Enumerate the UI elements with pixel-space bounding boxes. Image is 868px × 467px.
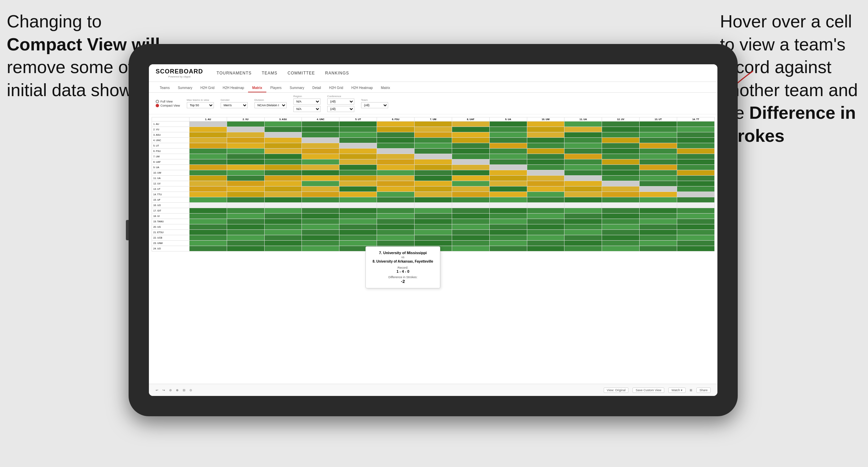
team-select[interactable]: (All)	[361, 102, 388, 108]
matrix-cell[interactable]	[302, 203, 339, 208]
matrix-cell[interactable]	[377, 214, 415, 219]
matrix-cell[interactable]	[602, 132, 640, 138]
tab-h2h-heatmap-1[interactable]: H2H Heatmap	[219, 84, 248, 92]
matrix-cell[interactable]	[189, 192, 227, 197]
matrix-cell[interactable]	[264, 121, 302, 127]
matrix-cell[interactable]	[227, 197, 264, 203]
matrix-cell[interactable]	[489, 186, 527, 192]
matrix-cell[interactable]	[640, 176, 677, 181]
tab-summary-1[interactable]: Summary	[174, 84, 196, 92]
matrix-cell[interactable]	[602, 181, 640, 186]
matrix-cell[interactable]	[189, 197, 227, 203]
matrix-cell[interactable]	[339, 224, 377, 230]
matrix-cell[interactable]	[489, 235, 527, 241]
tab-teams[interactable]: Teams	[156, 84, 174, 92]
matrix-cell[interactable]	[339, 138, 377, 143]
matrix-cell[interactable]	[415, 121, 452, 127]
matrix-cell[interactable]	[339, 143, 377, 149]
toolbar-icon5[interactable]: ⊞	[690, 388, 692, 392]
matrix-cell[interactable]	[564, 165, 602, 170]
matrix-cell[interactable]	[227, 246, 264, 251]
toolbar-redo[interactable]: ↪	[162, 388, 165, 392]
matrix-cell[interactable]	[264, 138, 302, 143]
matrix-cell[interactable]	[677, 203, 715, 208]
matrix-cell[interactable]	[189, 208, 227, 214]
matrix-cell[interactable]	[564, 154, 602, 159]
matrix-cell[interactable]	[189, 219, 227, 224]
matrix-cell[interactable]	[339, 208, 377, 214]
matrix-cell[interactable]	[452, 149, 489, 154]
matrix-cell[interactable]	[415, 165, 452, 170]
matrix-cell[interactable]	[377, 154, 415, 159]
matrix-cell[interactable]	[527, 235, 564, 241]
matrix-cell[interactable]	[452, 203, 489, 208]
matrix-cell[interactable]	[339, 197, 377, 203]
matrix-cell[interactable]	[302, 121, 339, 127]
matrix-cell[interactable]	[602, 170, 640, 176]
matrix-cell[interactable]	[227, 235, 264, 241]
matrix-cell[interactable]	[415, 224, 452, 230]
matrix-cell[interactable]	[602, 165, 640, 170]
toolbar-icon3[interactable]: ⊟	[183, 388, 185, 392]
matrix-cell[interactable]	[602, 235, 640, 241]
matrix-cell[interactable]	[302, 159, 339, 165]
matrix-cell[interactable]	[489, 246, 527, 251]
tab-detail[interactable]: Detail	[308, 84, 325, 92]
matrix-cell[interactable]	[527, 230, 564, 235]
matrix-cell[interactable]	[302, 219, 339, 224]
matrix-cell[interactable]	[264, 246, 302, 251]
matrix-cell[interactable]	[302, 154, 339, 159]
matrix-cell[interactable]	[564, 149, 602, 154]
matrix-cell[interactable]	[302, 192, 339, 197]
matrix-cell[interactable]	[339, 132, 377, 138]
toolbar-save-custom[interactable]: Save Custom View	[632, 387, 664, 393]
matrix-cell[interactable]	[264, 230, 302, 235]
matrix-cell[interactable]	[489, 143, 527, 149]
matrix-cell[interactable]	[339, 241, 377, 246]
matrix-cell[interactable]	[452, 230, 489, 235]
matrix-cell[interactable]	[602, 186, 640, 192]
matrix-cell[interactable]	[415, 219, 452, 224]
matrix-cell[interactable]	[302, 214, 339, 219]
matrix-cell[interactable]	[264, 154, 302, 159]
matrix-cell[interactable]	[452, 159, 489, 165]
matrix-cell[interactable]	[415, 214, 452, 219]
matrix-cell[interactable]	[677, 241, 715, 246]
matrix-cell[interactable]	[339, 192, 377, 197]
matrix-cell[interactable]	[189, 246, 227, 251]
matrix-cell[interactable]	[415, 230, 452, 235]
matrix-cell[interactable]	[452, 121, 489, 127]
matrix-cell[interactable]	[527, 192, 564, 197]
matrix-cell[interactable]	[527, 186, 564, 192]
matrix-cell[interactable]	[602, 149, 640, 154]
matrix-cell[interactable]	[189, 138, 227, 143]
matrix-cell[interactable]	[264, 208, 302, 214]
matrix-cell[interactable]	[339, 121, 377, 127]
matrix-cell[interactable]	[677, 143, 715, 149]
matrix-cell[interactable]	[489, 181, 527, 186]
matrix-cell[interactable]	[415, 138, 452, 143]
matrix-cell[interactable]	[377, 143, 415, 149]
matrix-cell[interactable]	[302, 170, 339, 176]
matrix-cell[interactable]	[527, 214, 564, 219]
matrix-cell[interactable]	[377, 186, 415, 192]
region-select[interactable]: N/A	[293, 98, 320, 105]
matrix-cell[interactable]	[302, 246, 339, 251]
matrix-cell[interactable]	[377, 219, 415, 224]
tab-h2h-grid-2[interactable]: H2H Grid	[325, 84, 347, 92]
matrix-cell[interactable]	[415, 170, 452, 176]
matrix-cell[interactable]	[302, 176, 339, 181]
matrix-cell[interactable]	[415, 176, 452, 181]
matrix-cell[interactable]	[564, 121, 602, 127]
matrix-cell[interactable]	[677, 165, 715, 170]
matrix-cell[interactable]	[415, 154, 452, 159]
matrix-cell[interactable]	[227, 138, 264, 143]
matrix-cell[interactable]	[527, 170, 564, 176]
matrix-cell[interactable]	[377, 192, 415, 197]
matrix-cell[interactable]	[489, 214, 527, 219]
matrix-cell[interactable]	[339, 203, 377, 208]
matrix-cell[interactable]	[602, 121, 640, 127]
matrix-cell[interactable]	[264, 197, 302, 203]
matrix-cell[interactable]	[564, 235, 602, 241]
matrix-cell[interactable]	[227, 159, 264, 165]
